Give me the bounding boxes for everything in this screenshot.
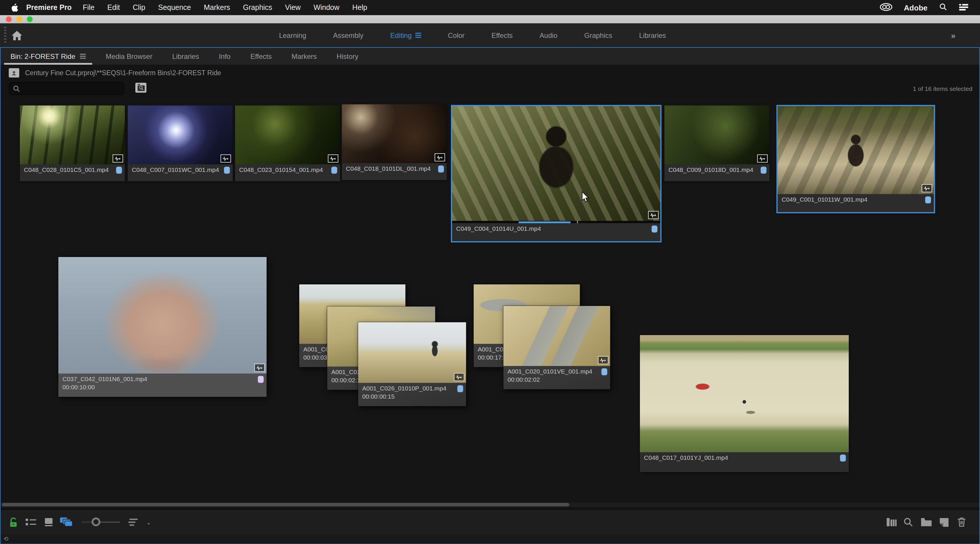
menu-item-markers[interactable]: Markers — [197, 3, 237, 12]
clip-card[interactable]: C049_C004_01014U_001.mp4 — [452, 106, 660, 241]
scrollbar-thumb[interactable] — [2, 503, 570, 506]
workspace-tab-learning[interactable]: Learning — [266, 31, 320, 39]
clip-thumbnail[interactable] — [58, 257, 267, 374]
clip-thumbnail[interactable] — [342, 104, 447, 163]
bin-path[interactable]: Century Fine Cut.prproj\**SEQS\1-Freefor… — [25, 69, 221, 76]
search-row: 1 of 16 items selected — [1, 81, 979, 98]
freeform-canvas[interactable]: C048_C028_0101C5_001.mp4 C048_C007_0101W… — [1, 98, 979, 501]
adobe-menu-label[interactable]: Adobe — [904, 3, 928, 12]
label-color-badge[interactable] — [224, 167, 230, 174]
panel-tab-info[interactable]: Info — [209, 48, 240, 65]
menu-item-sequence[interactable]: Sequence — [152, 3, 197, 12]
clip-card[interactable]: C049_C001_01011W_001.mp4 — [778, 106, 934, 212]
menu-item-help[interactable]: Help — [346, 3, 374, 12]
workspace-tab-graphics[interactable]: Graphics — [571, 31, 625, 39]
sort-icons-button[interactable] — [127, 510, 141, 534]
clip-thumbnail[interactable] — [20, 105, 125, 164]
clip-thumbnail[interactable] — [128, 105, 233, 164]
delete-button[interactable] — [955, 510, 968, 534]
panel-tab-media-browser[interactable]: Media Browser — [95, 48, 162, 65]
label-color-badge[interactable] — [925, 197, 931, 203]
thumbnail-zoom-slider-track[interactable] — [82, 522, 120, 523]
label-color-badge[interactable] — [652, 225, 657, 233]
find-button[interactable] — [901, 510, 915, 534]
navigate-up-icon[interactable] — [9, 68, 19, 77]
workspace-tab-color[interactable]: Color — [434, 31, 478, 39]
menu-item-graphics[interactable]: Graphics — [237, 3, 278, 12]
apple-menu-icon[interactable] — [11, 3, 18, 12]
workspace-tab-effects[interactable]: Effects — [478, 31, 526, 39]
clip-card[interactable]: C048_C018_0101DL_001.mp4 — [342, 104, 447, 180]
automate-to-sequence-button[interactable] — [885, 510, 898, 534]
menu-item-view[interactable]: View — [278, 3, 307, 12]
label-color-badge[interactable] — [840, 455, 846, 462]
lock-bin-button[interactable] — [6, 510, 21, 534]
panel-tab-effects[interactable]: Effects — [240, 48, 282, 65]
label-color-badge[interactable] — [457, 385, 463, 392]
clip-card[interactable]: C048_C023_010154_001.mp4 — [235, 105, 340, 181]
thumbnail-zoom-slider-knob[interactable] — [92, 517, 100, 526]
clip-name: C048_C009_01018D_001.mp4 — [668, 166, 765, 174]
horizontal-scrollbar[interactable] — [1, 502, 979, 507]
new-item-button[interactable] — [937, 510, 951, 534]
panel-tab-bin-2-forest-ride[interactable]: Bin: 2-FOREST Ride — [1, 48, 95, 65]
workspace-menu-icon[interactable] — [415, 31, 421, 39]
clip-thumbnail[interactable] — [640, 335, 849, 452]
clip-card[interactable]: C048_C007_0101WC_001.mp4 — [128, 105, 233, 181]
clip-label: C048_C023_010154_001.mp4 — [235, 164, 340, 181]
audio-waveform-icon — [434, 153, 445, 162]
panel-tab-history[interactable]: History — [327, 48, 368, 65]
freeform-view-button[interactable] — [59, 510, 73, 534]
label-color-badge[interactable] — [258, 376, 264, 383]
clip-thumbnail[interactable] — [664, 105, 769, 164]
clip-name: C048_C018_0101DL_001.mp4 — [346, 165, 443, 173]
clip-thumbnail[interactable] — [503, 306, 610, 366]
creative-cloud-icon[interactable] — [880, 3, 892, 13]
clip-thumbnail[interactable] — [778, 106, 934, 194]
menu-item-edit[interactable]: Edit — [101, 3, 126, 12]
search-input[interactable] — [23, 83, 122, 95]
clip-thumbnail[interactable] — [358, 322, 466, 383]
new-bin-button[interactable] — [920, 510, 933, 534]
menu-item-clip[interactable]: Clip — [126, 3, 152, 12]
list-view-button[interactable] — [24, 510, 38, 534]
label-color-badge[interactable] — [331, 167, 337, 174]
workspace-tab-editing[interactable]: Editing — [377, 31, 434, 39]
workspace-tab-audio[interactable]: Audio — [526, 31, 571, 39]
clip-card[interactable]: C037_C042_0101N6_001.mp4 00:00:10:00 — [58, 257, 267, 397]
label-color-badge[interactable] — [116, 167, 122, 174]
clip-card[interactable]: A001_C026_01010P_001.mp4 00:00:00:15 — [358, 322, 466, 406]
label-color-badge[interactable] — [601, 368, 607, 375]
minimize-window-button[interactable] — [16, 16, 22, 22]
workspace-tab-libraries[interactable]: Libraries — [625, 31, 679, 39]
sort-options-chevron-icon[interactable]: ⌄ — [142, 510, 156, 534]
menu-item-file[interactable]: File — [76, 3, 101, 12]
clip-thumbnail[interactable] — [452, 106, 660, 223]
app-name[interactable]: Premiere Pro — [26, 3, 72, 12]
clip-card[interactable]: C048_C009_01018D_001.mp4 — [664, 105, 769, 181]
clip-card[interactable]: C048_C017_0101YJ_001.mp4 — [640, 335, 849, 472]
panel-menu-icon[interactable] — [80, 52, 86, 60]
clip-card[interactable]: A001_C020_0101VE_001.mp4 00:00:02:02 — [503, 306, 610, 389]
zoom-window-button[interactable] — [27, 16, 33, 22]
menu-item-window[interactable]: Window — [307, 3, 346, 12]
clip-card[interactable]: C048_C028_0101C5_001.mp4 — [20, 105, 125, 181]
icon-view-button[interactable] — [41, 510, 56, 534]
notification-center-icon[interactable] — [959, 3, 968, 12]
spotlight-search-icon[interactable] — [939, 3, 947, 13]
window-title-bar — [0, 15, 980, 23]
label-color-badge[interactable] — [438, 165, 444, 173]
clip-name: C048_C007_0101WC_001.mp4 — [132, 166, 229, 174]
workspace-overflow-button[interactable]: » — [951, 23, 955, 47]
clip-scrubber[interactable] — [452, 221, 660, 223]
clip-thumbnail[interactable] — [235, 105, 340, 164]
create-search-bin-button[interactable] — [135, 83, 146, 93]
workspace-tab-assembly[interactable]: Assembly — [320, 31, 377, 39]
label-color-badge[interactable] — [760, 167, 767, 174]
clip-name: C048_C028_0101C5_001.mp4 — [24, 166, 121, 174]
panel-tab-libraries[interactable]: Libraries — [162, 48, 209, 65]
clip-label: C048_C007_0101WC_001.mp4 — [128, 164, 233, 181]
clip-label: C048_C018_0101DL_001.mp4 — [342, 163, 447, 180]
panel-tab-markers[interactable]: Markers — [282, 48, 327, 65]
close-window-button[interactable] — [6, 16, 12, 22]
